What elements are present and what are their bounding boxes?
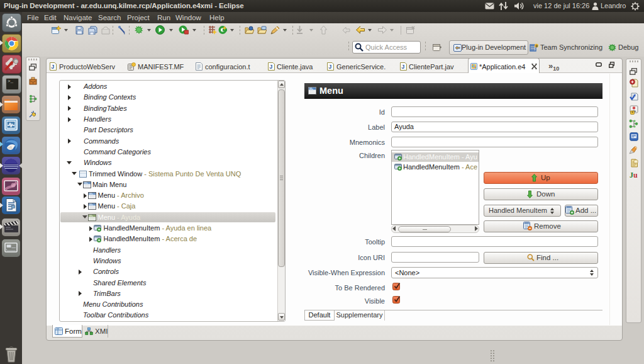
svg-text:J: J (51, 64, 54, 70)
svg-text:J: J (328, 64, 331, 70)
svg-text:J: J (269, 64, 272, 70)
svg-text:J: J (401, 64, 404, 70)
